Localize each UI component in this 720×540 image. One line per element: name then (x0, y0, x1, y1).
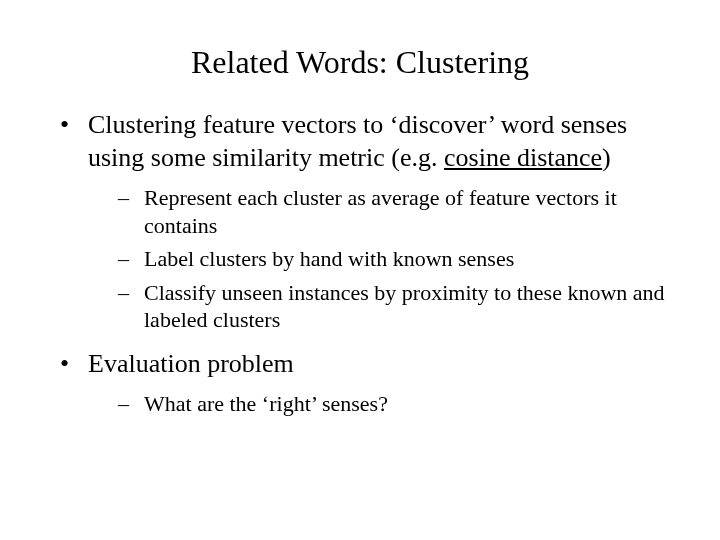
bullet-item-1-underlined: cosine distance (444, 143, 602, 172)
bullet-list-level2-b: What are the ‘right’ senses? (88, 390, 672, 418)
bullet-item-2-text: Evaluation problem (88, 349, 294, 378)
bullet-list-level2-a: Represent each cluster as average of fea… (88, 184, 672, 334)
bullet-item-1: Clustering feature vectors to ‘discover’… (60, 109, 672, 334)
sub-bullet-1: Represent each cluster as average of fea… (118, 184, 672, 239)
sub-bullet-3: Classify unseen instances by proximity t… (118, 279, 672, 334)
bullet-item-1-text-b: ) (602, 143, 611, 172)
sub-bullet-4: What are the ‘right’ senses? (118, 390, 672, 418)
bullet-item-2: Evaluation problem What are the ‘right’ … (60, 348, 672, 418)
slide: Related Words: Clustering Clustering fea… (0, 0, 720, 540)
bullet-list-level1: Clustering feature vectors to ‘discover’… (48, 109, 672, 418)
slide-title: Related Words: Clustering (48, 36, 672, 81)
sub-bullet-2: Label clusters by hand with known senses (118, 245, 672, 273)
